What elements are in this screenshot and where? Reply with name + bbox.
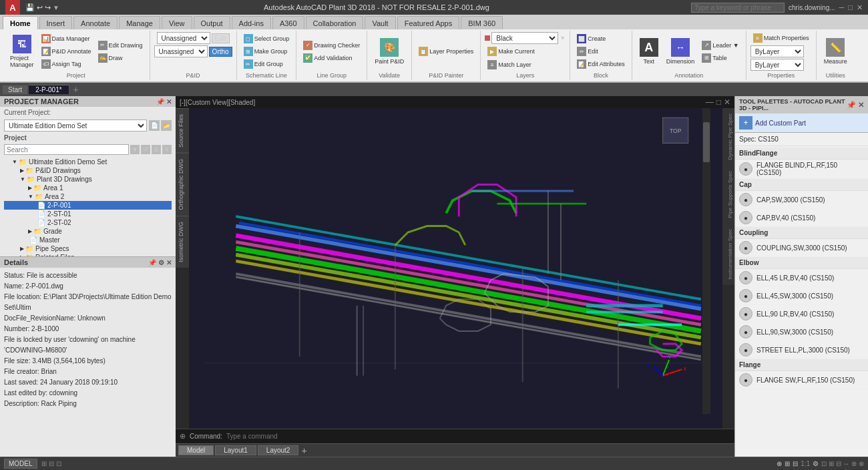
details-settings-btn[interactable]: ⚙ — [158, 259, 164, 266]
model-tab[interactable]: Model — [178, 445, 214, 455]
instrumentation-spec-tab[interactable]: Instrumentation Spec — [722, 224, 734, 285]
pm-collapse-btn[interactable]: ✕ — [162, 145, 172, 154]
make-current-btn[interactable]: ▶ Make Current — [485, 45, 566, 57]
tree-item-plant3d[interactable]: ▼ 📁 Plant 3D Drawings — [4, 175, 172, 184]
viewport-canvas[interactable]: X Y Z TOP — [189, 108, 722, 414]
pm-new-btn[interactable]: 📄 — [149, 120, 160, 131]
item-ell-90-lr-bv[interactable]: ● ELL,90 LR,BV,40 (CS150) — [735, 305, 868, 323]
unassigned-dropdown-2[interactable]: Unassigned — [154, 45, 208, 57]
tp-close-btn[interactable]: ✕ — [858, 101, 864, 109]
tab-view[interactable]: View — [162, 16, 192, 29]
tree-item-grade[interactable]: ▶ 📁 Grade — [4, 227, 172, 236]
grid-icon[interactable]: ⊞ — [785, 460, 790, 467]
details-pin-btn[interactable]: 📌 — [148, 259, 156, 266]
select-group-btn[interactable]: ◻ Select Group — [241, 33, 292, 45]
make-group-btn[interactable]: ⊞ Make Group — [241, 45, 292, 57]
draw-btn[interactable]: ✍ Draw — [95, 52, 146, 64]
tab-vault[interactable]: Vault — [365, 16, 395, 29]
layout1-tab[interactable]: Layout1 — [215, 445, 256, 455]
tab-insert[interactable]: Insert — [39, 16, 73, 29]
item-flange-sw[interactable]: ● FLANGE SW,FL,RF,150 (CS150) — [735, 371, 868, 389]
pm-project-dropdown[interactable]: Ultimate Edition Demo Set — [4, 120, 147, 132]
item-cap-bv[interactable]: ● CAP,BV,40 (CS150) — [735, 209, 868, 227]
ortho-btn[interactable]: Ortho — [209, 47, 232, 57]
viewport-close-btn[interactable]: ✕ — [724, 97, 730, 107]
isometric-dwg-tab[interactable]: Isometric DWG — [176, 216, 189, 268]
search-box[interactable] — [691, 3, 785, 13]
data-manager-btn[interactable]: 📊 Data Manager — [39, 33, 94, 45]
drawing-checker-btn[interactable]: ✓ Drawing Checker — [300, 39, 363, 51]
pm-refresh-btn[interactable]: ↺ — [141, 145, 150, 154]
bylayer-dropdown-1[interactable]: ByLayer — [750, 45, 804, 57]
pm-close-btn[interactable]: ✕ — [166, 98, 172, 105]
add-validation-btn[interactable]: ✅ Add Validation — [300, 52, 363, 64]
layers-dropdown[interactable]: Black — [491, 32, 558, 44]
match-properties-btn[interactable]: ≡ Match Properties — [750, 32, 812, 44]
tree-item-2st01[interactable]: 📄 2-ST-01 — [4, 210, 172, 218]
window-minimize[interactable]: ─ — [839, 3, 845, 11]
text-btn[interactable]: A Text — [636, 36, 662, 67]
pipe-supports-spec-tab[interactable]: Pipe Supports Spec — [722, 166, 734, 224]
tree-item-2p001[interactable]: 📄 2-P-001 — [4, 201, 172, 210]
create-block-btn[interactable]: ⬜ Create — [574, 33, 628, 45]
tp-pin-btn[interactable]: 📌 — [847, 101, 856, 109]
pm-search-input[interactable] — [4, 144, 129, 155]
edit-attr-btn[interactable]: 📝 Edit Attributes — [574, 58, 628, 70]
redo-btn[interactable]: ↪ — [45, 3, 51, 12]
zoom-btn[interactable]: ⊕ — [180, 432, 186, 441]
status-settings[interactable]: ⚙ — [813, 460, 819, 467]
leader-btn[interactable]: ↗ Leader ▼ — [699, 39, 741, 51]
add-custom-part-btn[interactable]: + Add Custom Part — [735, 113, 868, 133]
viewport-scrollbar[interactable] — [702, 108, 710, 414]
edit-block-btn[interactable]: ✏ Edit — [574, 45, 628, 57]
viewport-restore-btn[interactable]: □ — [716, 97, 721, 107]
tree-item-pid-drawings[interactable]: ▶ 📁 P&ID Drawings — [4, 166, 172, 175]
tab-home[interactable]: Home — [3, 16, 38, 29]
project-manager-btn[interactable]: 🏗 ProjectManager — [7, 33, 37, 70]
ortho-status[interactable]: ⊟ — [793, 460, 798, 467]
tree-item-2st02[interactable]: 📄 2-ST-02 — [4, 218, 172, 227]
tab-output[interactable]: Output — [194, 16, 230, 29]
pm-settings-btn[interactable]: ⚙ — [152, 145, 161, 154]
tab-bim360[interactable]: BIM 360 — [461, 16, 503, 29]
unassigned-dropdown-1[interactable]: Unassigned — [157, 32, 210, 44]
tree-item-master[interactable]: 📄 Master — [4, 236, 172, 244]
tab-addins[interactable]: Add-ins — [232, 16, 271, 29]
start-tab[interactable]: Start — [3, 85, 27, 94]
edit-drawing-btn[interactable]: ✏ Edit Drawing — [95, 39, 146, 51]
add-tab-btn[interactable]: + — [71, 84, 81, 95]
customise-btn[interactable]: ▼ — [53, 4, 59, 11]
save-btn[interactable]: 💾 — [25, 3, 35, 12]
item-cap-sw[interactable]: ● CAP,SW,3000 (CS150) — [735, 191, 868, 209]
dynamic-pipe-spec-tab[interactable]: Dynamic Pipe Spec — [722, 108, 734, 166]
pm-open-btn[interactable]: 📂 — [161, 120, 172, 131]
tree-item-area1[interactable]: ▶ 📁 Area 1 — [4, 184, 172, 192]
orthographic-dwg-tab[interactable]: Orthographic DWG — [176, 153, 189, 216]
tree-item-related-files[interactable]: ▶ 📁 Related Files — [4, 253, 172, 256]
edit-pid-btn[interactable]: Edit — [212, 33, 230, 43]
snap-icon[interactable]: ⊕ — [777, 460, 782, 467]
pm-pin-btn[interactable]: 📌 — [156, 98, 164, 105]
assign-tag-btn[interactable]: 🏷 Assign Tag — [39, 58, 94, 70]
pm-filter-btn[interactable]: ▼ — [130, 145, 140, 154]
tree-item-area2[interactable]: ▼ 📁 Area 2 — [4, 192, 172, 201]
pid-annotate-btn[interactable]: 📝 P&ID Annotate — [39, 45, 94, 57]
file-tab-2p001[interactable]: 2-P-001* — [29, 85, 69, 94]
viewport-minimize-btn[interactable]: — — [706, 97, 714, 107]
bylayer-dropdown-2[interactable]: ByLayer — [750, 59, 804, 71]
item-ell-90-sw[interactable]: ● ELL,90,SW,3000 (CS150) — [735, 323, 868, 341]
scrollbar-thumb[interactable] — [703, 122, 710, 162]
details-close-btn[interactable]: ✕ — [166, 259, 172, 266]
tree-item-demo-set[interactable]: ▼ 📁 Ultimate Edition Demo Set — [4, 158, 172, 166]
undo-btn[interactable]: ↩ — [37, 3, 43, 12]
edit-group-btn[interactable]: ✏ Edit Group — [241, 58, 292, 70]
paint-pid-btn[interactable]: 🎨 Paint P&ID — [371, 36, 407, 67]
source-files-tab[interactable]: Source Files — [176, 108, 189, 153]
command-input[interactable] — [226, 433, 730, 440]
layout2-tab[interactable]: Layout2 — [258, 445, 299, 455]
window-close[interactable]: ✕ — [857, 3, 863, 12]
item-ell-45-lr-bv[interactable]: ● ELL,45 LR,BV,40 (CS150) — [735, 269, 868, 287]
layer-properties-btn[interactable]: 📋 Layer Properties — [416, 45, 476, 57]
tab-featured[interactable]: Featured Apps — [397, 16, 460, 29]
item-flange-blind[interactable]: ● FLANGE BLIND,FL,RF,150 (CS150) — [735, 160, 868, 179]
